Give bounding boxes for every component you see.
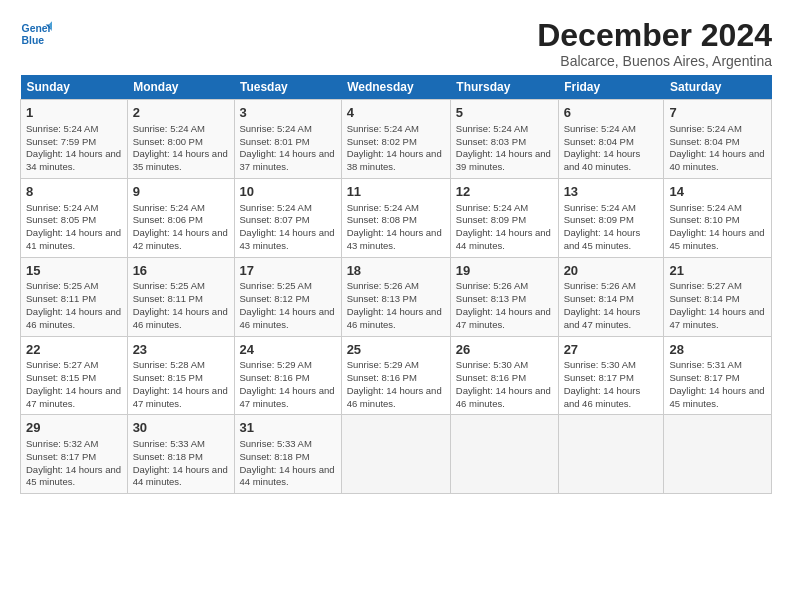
calendar-cell: 29Sunrise: 5:32 AMSunset: 8:17 PMDayligh… [21, 415, 128, 494]
calendar-cell: 25Sunrise: 5:29 AMSunset: 8:16 PMDayligh… [341, 336, 450, 415]
calendar-cell: 21Sunrise: 5:27 AMSunset: 8:14 PMDayligh… [664, 257, 772, 336]
col-monday: Monday [127, 75, 234, 100]
day-info: Sunrise: 5:30 AMSunset: 8:16 PMDaylight:… [456, 359, 551, 408]
subtitle: Balcarce, Buenos Aires, Argentina [537, 53, 772, 69]
day-info: Sunrise: 5:33 AMSunset: 8:18 PMDaylight:… [240, 438, 335, 487]
calendar-cell: 7Sunrise: 5:24 AMSunset: 8:04 PMDaylight… [664, 100, 772, 179]
day-number: 25 [347, 341, 445, 359]
day-info: Sunrise: 5:26 AMSunset: 8:13 PMDaylight:… [456, 280, 551, 329]
calendar-cell: 22Sunrise: 5:27 AMSunset: 8:15 PMDayligh… [21, 336, 128, 415]
day-number: 24 [240, 341, 336, 359]
main-title: December 2024 [537, 18, 772, 53]
calendar-cell: 24Sunrise: 5:29 AMSunset: 8:16 PMDayligh… [234, 336, 341, 415]
day-number: 16 [133, 262, 229, 280]
day-info: Sunrise: 5:25 AMSunset: 8:11 PMDaylight:… [26, 280, 121, 329]
calendar-cell: 26Sunrise: 5:30 AMSunset: 8:16 PMDayligh… [450, 336, 558, 415]
calendar-week-row: 29Sunrise: 5:32 AMSunset: 8:17 PMDayligh… [21, 415, 772, 494]
col-saturday: Saturday [664, 75, 772, 100]
calendar-cell: 12Sunrise: 5:24 AMSunset: 8:09 PMDayligh… [450, 178, 558, 257]
header-row: Sunday Monday Tuesday Wednesday Thursday… [21, 75, 772, 100]
col-tuesday: Tuesday [234, 75, 341, 100]
day-number: 5 [456, 104, 553, 122]
day-info: Sunrise: 5:30 AMSunset: 8:17 PMDaylight:… [564, 359, 641, 408]
day-info: Sunrise: 5:24 AMSunset: 8:04 PMDaylight:… [669, 123, 764, 172]
day-info: Sunrise: 5:24 AMSunset: 8:01 PMDaylight:… [240, 123, 335, 172]
calendar-cell [341, 415, 450, 494]
calendar-cell: 17Sunrise: 5:25 AMSunset: 8:12 PMDayligh… [234, 257, 341, 336]
calendar-cell: 20Sunrise: 5:26 AMSunset: 8:14 PMDayligh… [558, 257, 664, 336]
day-number: 10 [240, 183, 336, 201]
day-info: Sunrise: 5:24 AMSunset: 8:02 PMDaylight:… [347, 123, 442, 172]
day-number: 2 [133, 104, 229, 122]
calendar-cell: 31Sunrise: 5:33 AMSunset: 8:18 PMDayligh… [234, 415, 341, 494]
calendar-cell: 23Sunrise: 5:28 AMSunset: 8:15 PMDayligh… [127, 336, 234, 415]
calendar-cell: 2Sunrise: 5:24 AMSunset: 8:00 PMDaylight… [127, 100, 234, 179]
page: General Blue December 2024 Balcarce, Bue… [0, 0, 792, 504]
day-info: Sunrise: 5:24 AMSunset: 7:59 PMDaylight:… [26, 123, 121, 172]
day-number: 28 [669, 341, 766, 359]
calendar-cell: 30Sunrise: 5:33 AMSunset: 8:18 PMDayligh… [127, 415, 234, 494]
day-number: 15 [26, 262, 122, 280]
day-info: Sunrise: 5:24 AMSunset: 8:00 PMDaylight:… [133, 123, 228, 172]
day-info: Sunrise: 5:28 AMSunset: 8:15 PMDaylight:… [133, 359, 228, 408]
calendar-cell: 1Sunrise: 5:24 AMSunset: 7:59 PMDaylight… [21, 100, 128, 179]
day-info: Sunrise: 5:24 AMSunset: 8:07 PMDaylight:… [240, 202, 335, 251]
day-info: Sunrise: 5:29 AMSunset: 8:16 PMDaylight:… [347, 359, 442, 408]
day-info: Sunrise: 5:24 AMSunset: 8:05 PMDaylight:… [26, 202, 121, 251]
day-info: Sunrise: 5:29 AMSunset: 8:16 PMDaylight:… [240, 359, 335, 408]
day-number: 8 [26, 183, 122, 201]
calendar-week-row: 15Sunrise: 5:25 AMSunset: 8:11 PMDayligh… [21, 257, 772, 336]
day-number: 30 [133, 419, 229, 437]
calendar-cell: 28Sunrise: 5:31 AMSunset: 8:17 PMDayligh… [664, 336, 772, 415]
calendar-cell: 19Sunrise: 5:26 AMSunset: 8:13 PMDayligh… [450, 257, 558, 336]
day-number: 27 [564, 341, 659, 359]
day-info: Sunrise: 5:24 AMSunset: 8:09 PMDaylight:… [456, 202, 551, 251]
day-info: Sunrise: 5:33 AMSunset: 8:18 PMDaylight:… [133, 438, 228, 487]
day-info: Sunrise: 5:24 AMSunset: 8:03 PMDaylight:… [456, 123, 551, 172]
calendar-cell: 4Sunrise: 5:24 AMSunset: 8:02 PMDaylight… [341, 100, 450, 179]
calendar-cell: 6Sunrise: 5:24 AMSunset: 8:04 PMDaylight… [558, 100, 664, 179]
day-number: 31 [240, 419, 336, 437]
day-number: 19 [456, 262, 553, 280]
calendar-week-row: 22Sunrise: 5:27 AMSunset: 8:15 PMDayligh… [21, 336, 772, 415]
day-number: 3 [240, 104, 336, 122]
header: General Blue December 2024 Balcarce, Bue… [20, 18, 772, 69]
calendar-cell: 14Sunrise: 5:24 AMSunset: 8:10 PMDayligh… [664, 178, 772, 257]
logo-icon: General Blue [20, 18, 52, 50]
day-number: 9 [133, 183, 229, 201]
day-number: 7 [669, 104, 766, 122]
day-number: 18 [347, 262, 445, 280]
day-number: 26 [456, 341, 553, 359]
calendar-cell [664, 415, 772, 494]
day-number: 21 [669, 262, 766, 280]
day-info: Sunrise: 5:24 AMSunset: 8:08 PMDaylight:… [347, 202, 442, 251]
day-number: 14 [669, 183, 766, 201]
day-info: Sunrise: 5:24 AMSunset: 8:10 PMDaylight:… [669, 202, 764, 251]
calendar-cell: 18Sunrise: 5:26 AMSunset: 8:13 PMDayligh… [341, 257, 450, 336]
day-info: Sunrise: 5:27 AMSunset: 8:15 PMDaylight:… [26, 359, 121, 408]
calendar-week-row: 1Sunrise: 5:24 AMSunset: 7:59 PMDaylight… [21, 100, 772, 179]
calendar-table: Sunday Monday Tuesday Wednesday Thursday… [20, 75, 772, 494]
calendar-cell: 5Sunrise: 5:24 AMSunset: 8:03 PMDaylight… [450, 100, 558, 179]
calendar-cell: 3Sunrise: 5:24 AMSunset: 8:01 PMDaylight… [234, 100, 341, 179]
day-info: Sunrise: 5:26 AMSunset: 8:13 PMDaylight:… [347, 280, 442, 329]
day-number: 17 [240, 262, 336, 280]
col-sunday: Sunday [21, 75, 128, 100]
calendar-cell: 8Sunrise: 5:24 AMSunset: 8:05 PMDaylight… [21, 178, 128, 257]
title-area: December 2024 Balcarce, Buenos Aires, Ar… [537, 18, 772, 69]
calendar-cell: 9Sunrise: 5:24 AMSunset: 8:06 PMDaylight… [127, 178, 234, 257]
day-number: 20 [564, 262, 659, 280]
calendar-cell: 16Sunrise: 5:25 AMSunset: 8:11 PMDayligh… [127, 257, 234, 336]
day-number: 4 [347, 104, 445, 122]
day-number: 22 [26, 341, 122, 359]
day-number: 12 [456, 183, 553, 201]
day-info: Sunrise: 5:27 AMSunset: 8:14 PMDaylight:… [669, 280, 764, 329]
calendar-cell: 27Sunrise: 5:30 AMSunset: 8:17 PMDayligh… [558, 336, 664, 415]
day-info: Sunrise: 5:24 AMSunset: 8:06 PMDaylight:… [133, 202, 228, 251]
day-info: Sunrise: 5:24 AMSunset: 8:09 PMDaylight:… [564, 202, 641, 251]
calendar-cell: 11Sunrise: 5:24 AMSunset: 8:08 PMDayligh… [341, 178, 450, 257]
day-number: 29 [26, 419, 122, 437]
col-wednesday: Wednesday [341, 75, 450, 100]
logo: General Blue [20, 18, 52, 50]
col-thursday: Thursday [450, 75, 558, 100]
